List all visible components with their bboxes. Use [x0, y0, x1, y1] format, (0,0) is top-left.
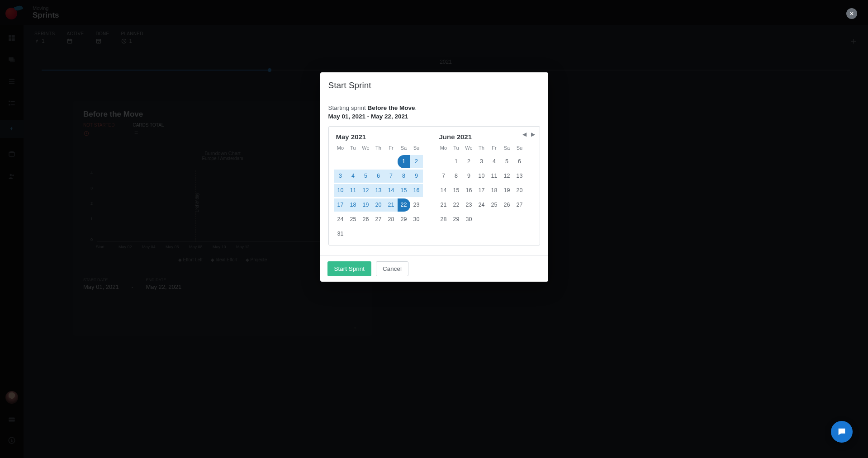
- calendar-day[interactable]: 14: [437, 184, 450, 197]
- calendar-right-title: June 2021: [436, 132, 536, 145]
- calendar-day[interactable]: 22: [450, 198, 463, 212]
- calendar-dow: Sa: [501, 145, 513, 155]
- calendar-left: May 2021 MoTuWeThFrSaSu 1234567891011121…: [332, 132, 433, 241]
- calendar-dow: Mo: [437, 145, 450, 155]
- calendar-day[interactable]: 8: [398, 170, 410, 183]
- calendar-left-title: May 2021: [332, 132, 433, 145]
- calendar-day[interactable]: 10: [475, 170, 488, 183]
- modal-title: Start Sprint: [328, 80, 540, 90]
- calendar-dow: We: [360, 145, 372, 155]
- calendar-day[interactable]: 4: [488, 155, 501, 168]
- calendar-day[interactable]: 13: [513, 170, 526, 183]
- calendar-day[interactable]: 1: [450, 155, 463, 168]
- calendar-day[interactable]: 5: [360, 170, 372, 183]
- calendar-dow: Sa: [398, 145, 410, 155]
- calendar-day[interactable]: 12: [360, 184, 372, 197]
- calendar-day[interactable]: 24: [475, 198, 488, 212]
- calendar-day[interactable]: 20: [372, 198, 385, 212]
- calendar-day[interactable]: 23: [410, 198, 423, 212]
- calendar-day[interactable]: 28: [437, 213, 450, 226]
- calendar-right: June 2021 MoTuWeThFrSaSu 123456789101112…: [436, 132, 536, 241]
- calendar-day[interactable]: 26: [360, 213, 372, 226]
- calendar-day[interactable]: 21: [385, 198, 398, 212]
- calendar-day[interactable]: 30: [463, 213, 475, 226]
- calendar-dow: Tu: [450, 145, 463, 155]
- calendar-day[interactable]: 19: [360, 198, 372, 212]
- calendar-day[interactable]: 3: [334, 170, 347, 183]
- calendar-day[interactable]: 6: [372, 170, 385, 183]
- calendar-day[interactable]: 6: [513, 155, 526, 168]
- start-sprint-button[interactable]: Start Sprint: [327, 261, 372, 276]
- calendar-day[interactable]: 1: [398, 155, 410, 168]
- calendar-day[interactable]: 30: [410, 213, 423, 226]
- calendar-day[interactable]: 8: [450, 170, 463, 183]
- calendar-day[interactable]: 18: [488, 184, 501, 197]
- calendar-day[interactable]: 26: [501, 198, 513, 212]
- calendar-day[interactable]: 29: [398, 213, 410, 226]
- chat-widget[interactable]: [831, 421, 853, 443]
- calendar-day[interactable]: 12: [501, 170, 513, 183]
- calendar-dow: Fr: [385, 145, 398, 155]
- calendar-day[interactable]: 27: [372, 213, 385, 226]
- calendar-dow: We: [463, 145, 475, 155]
- calendar-dow: Su: [513, 145, 526, 155]
- close-button[interactable]: [846, 8, 857, 19]
- calendar-day[interactable]: 20: [513, 184, 526, 197]
- calendar-dow: Mo: [334, 145, 347, 155]
- next-month-button[interactable]: ▶: [531, 131, 535, 137]
- calendar-day[interactable]: 21: [437, 198, 450, 212]
- calendar-dow: Tu: [347, 145, 360, 155]
- close-icon: [849, 11, 854, 16]
- chat-icon: [837, 427, 847, 437]
- calendar-day[interactable]: 16: [410, 184, 423, 197]
- calendar-day[interactable]: 17: [475, 184, 488, 197]
- calendar-day[interactable]: 15: [450, 184, 463, 197]
- date-range-picker: ◀ ▶ May 2021 MoTuWeThFrSaSu 123456789101…: [328, 126, 540, 246]
- calendar-day[interactable]: 5: [501, 155, 513, 168]
- calendar-day[interactable]: 28: [385, 213, 398, 226]
- calendar-dow: Th: [372, 145, 385, 155]
- modal-footer: Start Sprint Cancel: [320, 255, 548, 282]
- calendar-day[interactable]: 24: [334, 213, 347, 226]
- calendar-day[interactable]: 27: [513, 198, 526, 212]
- calendar-day[interactable]: 29: [450, 213, 463, 226]
- calendar-day[interactable]: 18: [347, 198, 360, 212]
- calendar-dow: Su: [410, 145, 423, 155]
- calendar-dow: Fr: [488, 145, 501, 155]
- calendar-day[interactable]: 25: [347, 213, 360, 226]
- calendar-day[interactable]: 11: [347, 184, 360, 197]
- calendar-day[interactable]: 4: [347, 170, 360, 183]
- cancel-button[interactable]: Cancel: [376, 261, 408, 276]
- calendar-day[interactable]: 2: [410, 155, 423, 168]
- calendar-day[interactable]: 11: [488, 170, 501, 183]
- calendar-day[interactable]: 23: [463, 198, 475, 212]
- start-sprint-modal: Start Sprint Starting sprint Before the …: [320, 72, 548, 282]
- calendar-day[interactable]: 25: [488, 198, 501, 212]
- calendar-day[interactable]: 9: [410, 170, 423, 183]
- calendar-day[interactable]: 7: [437, 170, 450, 183]
- calendar-day[interactable]: 7: [385, 170, 398, 183]
- calendar-day[interactable]: 13: [372, 184, 385, 197]
- prev-month-button[interactable]: ◀: [522, 131, 526, 137]
- calendar-day[interactable]: 17: [334, 198, 347, 212]
- calendar-day[interactable]: 31: [334, 227, 347, 241]
- calendar-day[interactable]: 22: [398, 198, 410, 212]
- calendar-day[interactable]: 19: [501, 184, 513, 197]
- modal-lead: Starting sprint Before the Move.: [328, 104, 540, 111]
- calendar-dow: Th: [475, 145, 488, 155]
- calendar-day[interactable]: 14: [385, 184, 398, 197]
- calendar-day[interactable]: 2: [463, 155, 475, 168]
- calendar-day[interactable]: 3: [475, 155, 488, 168]
- modal-header: Start Sprint: [320, 72, 548, 97]
- modal-range: May 01, 2021 - May 22, 2021: [328, 113, 540, 120]
- calendar-day[interactable]: 9: [463, 170, 475, 183]
- calendar-day[interactable]: 10: [334, 184, 347, 197]
- calendar-day[interactable]: 15: [398, 184, 410, 197]
- calendar-day[interactable]: 16: [463, 184, 475, 197]
